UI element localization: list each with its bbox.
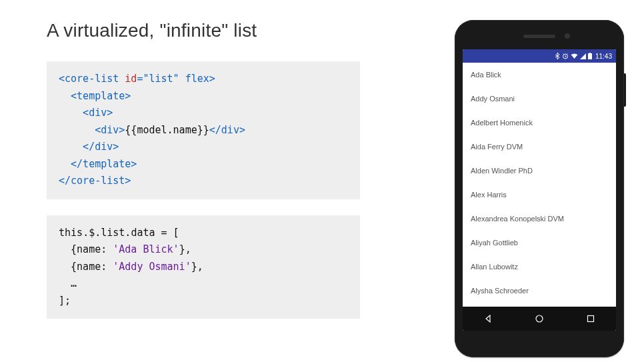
code-token: </div>: [59, 141, 119, 153]
code-token: "list": [143, 73, 179, 85]
code-token: </core-list>: [59, 175, 131, 187]
status-bar: 11:43: [463, 49, 616, 63]
code-token: .: [95, 227, 101, 239]
code-token: list: [101, 227, 125, 239]
code-token: </div>: [209, 124, 245, 136]
recents-button[interactable]: [586, 314, 595, 323]
code-token: id: [125, 73, 137, 85]
svg-rect-4: [587, 316, 593, 322]
code-token: = [: [161, 227, 179, 239]
back-button[interactable]: [483, 314, 493, 323]
code-token: },: [179, 243, 191, 255]
code-token: :: [101, 261, 113, 273]
slide-content: A virtualized, "infinite" list <core-lis…: [47, 20, 360, 335]
phone-camera: [565, 33, 570, 39]
list-item[interactable]: Adelbert Homenick: [463, 111, 616, 135]
contact-list[interactable]: Ada Blick Addy Osmani Adelbert Homenick …: [463, 63, 616, 307]
svg-point-3: [536, 315, 543, 322]
code-token: <div>: [59, 107, 113, 119]
battery-icon: [588, 53, 592, 59]
phone-mockup: 11:43 Ada Blick Addy Osmani Adelbert Hom…: [455, 20, 624, 357]
bluetooth-icon: [555, 53, 560, 59]
signal-icon: [580, 53, 586, 59]
code-token: flex>: [185, 73, 215, 85]
list-item[interactable]: Ada Blick: [463, 63, 616, 87]
slide-title: A virtualized, "infinite" list: [47, 20, 360, 41]
svg-rect-2: [589, 53, 591, 53]
list-item[interactable]: Aliyah Gottlieb: [463, 231, 616, 255]
code-token: :: [101, 243, 113, 255]
wifi-icon: [571, 53, 578, 59]
code-token: <template>: [59, 90, 131, 102]
list-item[interactable]: Alex Harris: [463, 183, 616, 207]
list-item[interactable]: Alexandrea Konopelski DVM: [463, 207, 616, 231]
code-token: this: [59, 227, 83, 239]
code-token: {: [59, 243, 77, 255]
list-item[interactable]: Addy Osmani: [463, 87, 616, 111]
nav-bar: [463, 307, 616, 331]
code-token: name: [77, 261, 101, 273]
code-token: </template>: [59, 158, 137, 170]
code-token: <div>: [59, 124, 125, 136]
code-token: 'Ada Blick': [113, 243, 179, 255]
code-token: .: [83, 227, 89, 239]
code-block-js: this.$.list.data = [ {name: 'Ada Blick'}…: [47, 215, 360, 319]
code-token: {: [59, 261, 77, 273]
svg-rect-1: [588, 53, 592, 59]
code-block-html: <core-list id="list" flex> <template> <d…: [47, 61, 360, 199]
code-token: name: [77, 243, 101, 255]
code-token: {{model.name}}: [125, 124, 209, 136]
phone-earpiece: [523, 35, 555, 38]
phone-side-buttons: [624, 73, 626, 107]
code-token: …: [59, 277, 77, 289]
list-item[interactable]: Aida Ferry DVM: [463, 135, 616, 159]
home-button[interactable]: [535, 314, 544, 323]
code-token: },: [191, 261, 203, 273]
list-item[interactable]: Alysha Schroeder: [463, 279, 616, 303]
code-token: $: [89, 227, 95, 239]
code-token: data: [131, 227, 161, 239]
code-token: ];: [59, 295, 71, 307]
list-item[interactable]: Allan Lubowitz: [463, 255, 616, 279]
phone-screen: 11:43 Ada Blick Addy Osmani Adelbert Hom…: [463, 49, 616, 331]
code-token: <core-list: [59, 73, 119, 85]
code-token: 'Addy Osmani': [113, 261, 191, 273]
list-item[interactable]: Alden Windler PhD: [463, 159, 616, 183]
status-time: 11:43: [595, 53, 612, 60]
alarm-icon: [562, 53, 569, 59]
